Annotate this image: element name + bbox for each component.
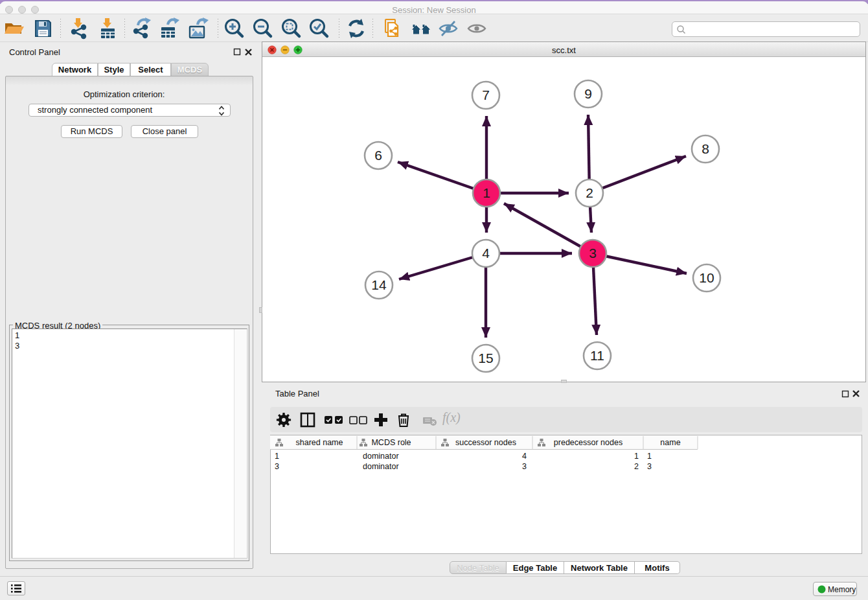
svg-text:6: 6 <box>374 148 382 163</box>
svg-text:7: 7 <box>482 87 490 102</box>
svg-text:shared name: shared name <box>296 438 343 447</box>
svg-text:11: 11 <box>590 348 604 363</box>
svg-text:successor nodes: successor nodes <box>455 438 516 447</box>
svg-text:9: 9 <box>584 86 592 101</box>
svg-text:15: 15 <box>478 351 493 365</box>
svg-text:14: 14 <box>371 277 387 292</box>
svg-text:10: 10 <box>699 270 714 285</box>
svg-text:1: 1 <box>483 185 490 200</box>
svg-text:predecessor nodes: predecessor nodes <box>554 438 622 447</box>
svg-text:name: name <box>660 438 680 447</box>
svg-text:3: 3 <box>589 246 597 260</box>
svg-text:MCDS role: MCDS role <box>371 438 411 447</box>
svg-text:8: 8 <box>702 141 709 156</box>
svg-text:4: 4 <box>482 246 490 260</box>
svg-text:2: 2 <box>586 185 593 200</box>
